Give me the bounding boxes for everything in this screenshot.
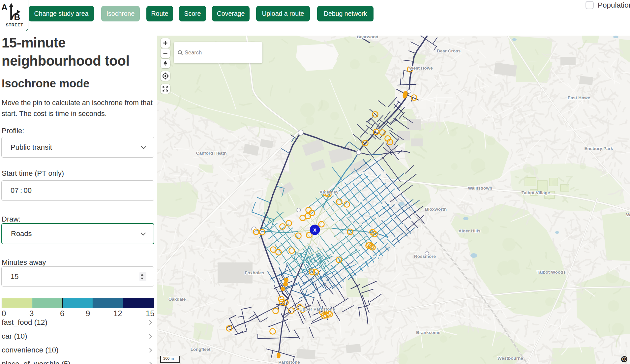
svg-text:Bloxworth: Bloxworth [425,207,447,212]
svg-text:Parkstone: Parkstone [278,360,300,364]
svg-text:Bear Cross: Bear Cross [437,48,461,53]
svg-text:Branksome: Branksome [416,330,440,335]
svg-text:Ensbury Park: Ensbury Park [584,146,613,151]
svg-text:Bearwood: Bearwood [357,36,378,39]
svg-text:A: A [1,2,8,12]
svg-text:Talbot Village: Talbot Village [522,190,550,195]
svg-text:Alder Hills: Alder Hills [459,228,481,233]
svg-text:Westbourne: Westbourne [497,356,523,361]
svg-text:X: X [313,228,316,233]
svg-text:Talbot Woods: Talbot Woods [537,270,566,275]
svg-text:Winton: Winton [626,212,630,217]
svg-text:Upper Parkstone: Upper Parkstone [299,307,335,312]
svg-text:East Howe: East Howe [568,95,590,100]
svg-text:Oakdale: Oakdale [168,297,186,302]
svg-text:West Howe: West Howe [409,66,433,71]
svg-text:Alderney: Alderney [319,190,339,195]
svg-text:Foxholes: Foxholes [245,270,264,275]
svg-text:Rossmore: Rossmore [414,254,436,259]
svg-text:STREET: STREET [6,23,23,27]
svg-text:Wallisdown: Wallisdown [468,186,492,191]
svg-text:Canford Heath: Canford Heath [196,151,226,156]
svg-text:Longfleet: Longfleet [191,347,211,352]
